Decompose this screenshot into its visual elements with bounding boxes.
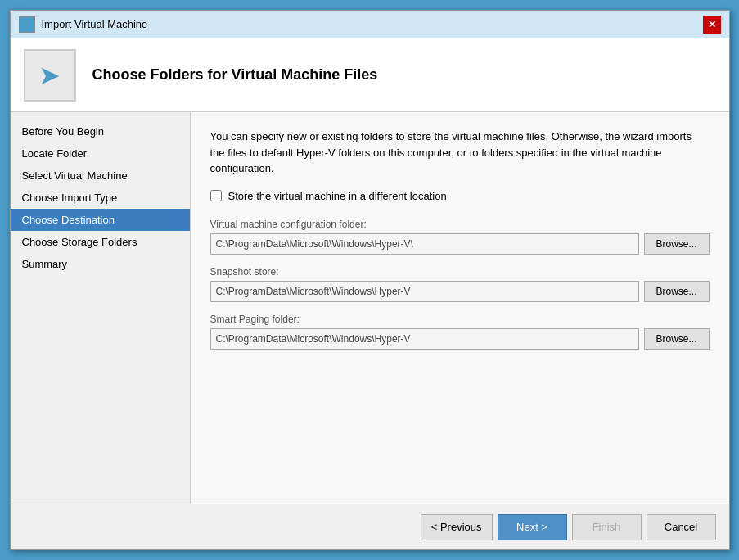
snapshot-folder-group: Snapshot store: Browse...: [210, 266, 710, 302]
previous-button[interactable]: < Previous: [421, 514, 493, 540]
title-bar: Import Virtual Machine ✕: [11, 11, 729, 38]
footer: < Previous Next > Finish Cancel: [11, 504, 729, 549]
dialog-title: Import Virtual Machine: [42, 18, 148, 30]
smart-paging-label: Smart Paging folder:: [210, 314, 710, 325]
next-button[interactable]: Next >: [498, 514, 567, 540]
smart-paging-folder-group: Smart Paging folder: Browse...: [210, 314, 710, 350]
header-title: Choose Folders for Virtual Machine Files: [92, 66, 378, 84]
vm-config-label: Virtual machine configuration folder:: [210, 219, 710, 230]
description-text: You can specify new or existing folders …: [210, 129, 710, 177]
sidebar-item-select-virtual-machine[interactable]: Select Virtual Machine: [11, 165, 190, 187]
header-area: ➤ Choose Folders for Virtual Machine Fil…: [11, 38, 729, 112]
finish-button[interactable]: Finish: [572, 514, 642, 540]
main-content: Before You Begin Locate Folder Select Vi…: [11, 112, 729, 504]
import-vm-dialog: Import Virtual Machine ✕ ➤ Choose Folder…: [10, 10, 730, 550]
header-icon: ➤: [24, 49, 76, 102]
snapshot-input[interactable]: [210, 281, 639, 302]
sidebar-item-locate-folder[interactable]: Locate Folder: [11, 142, 190, 165]
content-area: You can specify new or existing folders …: [191, 112, 729, 504]
store-different-location-row: Store the virtual machine in a different…: [210, 190, 710, 202]
sidebar-item-before-you-begin[interactable]: Before You Begin: [11, 120, 190, 142]
sidebar-item-summary[interactable]: Summary: [11, 253, 190, 275]
smart-paging-browse-button[interactable]: Browse...: [644, 328, 710, 350]
snapshot-input-row: Browse...: [210, 281, 710, 302]
title-icon: [19, 16, 35, 33]
sidebar-item-choose-destination[interactable]: Choose Destination: [11, 209, 190, 231]
cancel-button[interactable]: Cancel: [647, 514, 716, 540]
vm-config-input-row: Browse...: [210, 233, 710, 255]
title-bar-controls: ✕: [703, 16, 721, 34]
snapshot-browse-button[interactable]: Browse...: [644, 281, 710, 302]
vm-config-browse-button[interactable]: Browse...: [644, 233, 710, 255]
vm-config-input[interactable]: [210, 233, 639, 255]
smart-paging-input-row: Browse...: [210, 328, 710, 350]
smart-paging-input[interactable]: [210, 328, 639, 350]
snapshot-label: Snapshot store:: [210, 266, 710, 278]
close-button[interactable]: ✕: [703, 16, 721, 34]
store-different-location-label: Store the virtual machine in a different…: [228, 190, 447, 202]
vm-config-folder-group: Virtual machine configuration folder: Br…: [210, 219, 710, 255]
arrow-icon: ➤: [38, 60, 61, 91]
sidebar-item-choose-import-type[interactable]: Choose Import Type: [11, 187, 190, 209]
sidebar-item-choose-storage-folders[interactable]: Choose Storage Folders: [11, 231, 190, 253]
svg-rect-1: [24, 21, 30, 26]
sidebar: Before You Begin Locate Folder Select Vi…: [11, 112, 191, 504]
store-different-location-checkbox[interactable]: [210, 190, 222, 201]
